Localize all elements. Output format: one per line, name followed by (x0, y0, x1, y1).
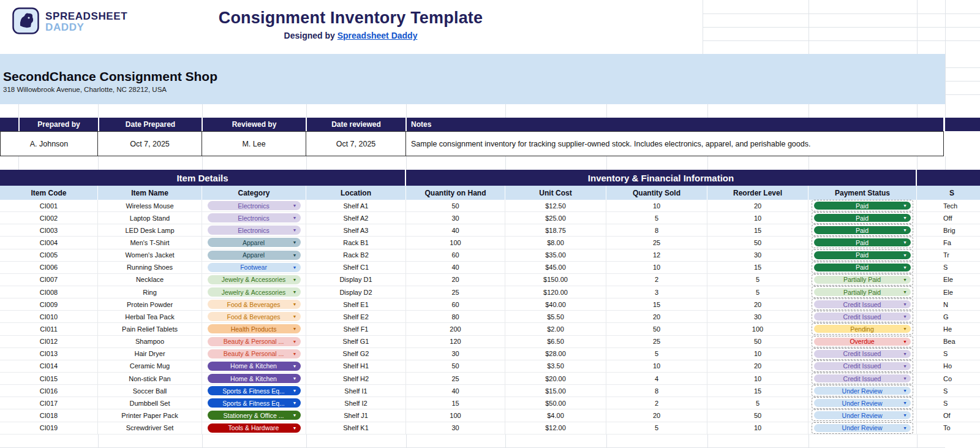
quantity-sold-cell[interactable]: 2 (606, 397, 707, 409)
location-cell[interactable]: Shelf K1 (306, 422, 406, 435)
item-name-cell[interactable]: Shampoo (98, 336, 202, 348)
quantity-sold-cell[interactable]: 20 (606, 409, 707, 422)
supplier-cell-clipped[interactable]: Ele (917, 274, 980, 286)
category-dropdown[interactable]: Home & Kitchen▼ (208, 374, 301, 383)
quantity-on-hand-cell[interactable]: 60 (406, 298, 505, 311)
item-code-cell[interactable]: CI001 (0, 200, 98, 212)
quantity-sold-cell[interactable]: 12 (606, 249, 707, 262)
item-name-cell[interactable]: Dumbbell Set (98, 397, 202, 409)
unit-cost-cell[interactable]: $12.00 (505, 422, 606, 435)
payment-status-dropdown[interactable]: Credit Issued▼ (812, 373, 913, 384)
location-cell[interactable]: Display D2 (306, 286, 406, 298)
quantity-on-hand-cell[interactable]: 30 (406, 422, 505, 435)
supplier-cell-clipped[interactable]: S (917, 385, 980, 397)
item-name-cell[interactable]: Laptop Stand (98, 212, 202, 224)
location-cell[interactable]: Shelf H2 (306, 373, 406, 385)
unit-cost-cell[interactable]: $50.00 (505, 397, 606, 409)
reorder-level-cell[interactable]: 30 (707, 249, 809, 262)
reorder-level-cell[interactable]: 15 (707, 224, 809, 237)
location-cell[interactable]: Shelf E1 (306, 298, 406, 311)
item-name-cell[interactable]: Printer Paper Pack (98, 409, 202, 422)
supplier-cell-clipped[interactable]: Tr (917, 249, 980, 262)
item-name-cell[interactable]: LED Desk Lamp (98, 224, 202, 237)
location-cell[interactable]: Shelf F1 (306, 323, 406, 335)
reorder-level-cell[interactable]: 5 (707, 274, 809, 286)
item-name-cell[interactable]: Ceramic Mug (98, 360, 202, 373)
supplier-cell-clipped[interactable]: S (917, 397, 980, 409)
category-dropdown[interactable]: Footwear▼ (208, 263, 301, 272)
quantity-on-hand-cell[interactable]: 30 (406, 348, 505, 360)
item-name-cell[interactable]: Men's T-Shirt (98, 237, 202, 249)
payment-status-dropdown[interactable]: Under Review▼ (812, 397, 913, 409)
supplier-cell-clipped[interactable]: S (917, 262, 980, 274)
quantity-sold-cell[interactable]: 4 (606, 373, 707, 385)
supplier-cell-clipped[interactable]: S (917, 348, 980, 360)
location-cell[interactable]: Shelf A1 (306, 200, 406, 212)
quantity-sold-cell[interactable]: 5 (606, 212, 707, 224)
item-code-cell[interactable]: CI007 (0, 274, 98, 286)
unit-cost-cell[interactable]: $15.00 (505, 385, 606, 397)
quantity-on-hand-cell[interactable]: 40 (406, 385, 505, 397)
reorder-level-cell[interactable]: 15 (707, 262, 809, 274)
quantity-sold-cell[interactable]: 3 (606, 286, 707, 298)
category-dropdown[interactable]: Sports & Fitness Eq...▼ (208, 386, 301, 395)
unit-cost-cell[interactable]: $45.00 (505, 262, 606, 274)
quantity-sold-cell[interactable]: 10 (606, 200, 707, 212)
quantity-on-hand-cell[interactable]: 60 (406, 249, 505, 262)
quantity-on-hand-cell[interactable]: 40 (406, 262, 505, 274)
quantity-sold-cell[interactable]: 25 (606, 336, 707, 348)
item-name-cell[interactable]: Screwdriver Set (98, 422, 202, 435)
payment-status-dropdown[interactable]: Pending▼ (812, 323, 913, 335)
unit-cost-cell[interactable]: $3.50 (505, 360, 606, 373)
spreadsheet-daddy-link[interactable]: Spreadsheet Daddy (337, 31, 418, 40)
unit-cost-cell[interactable]: $40.00 (505, 298, 606, 311)
unit-cost-cell[interactable]: $35.00 (505, 249, 606, 262)
notes-value[interactable]: Sample consignment inventory for trackin… (406, 131, 944, 156)
item-name-cell[interactable]: Soccer Ball (98, 385, 202, 397)
reorder-level-cell[interactable]: 50 (707, 336, 809, 348)
payment-status-dropdown[interactable]: Under Review▼ (812, 409, 913, 421)
payment-status-dropdown[interactable]: Paid▼ (812, 262, 913, 273)
payment-status-dropdown[interactable]: Paid▼ (812, 224, 913, 236)
quantity-on-hand-cell[interactable]: 20 (406, 274, 505, 286)
unit-cost-cell[interactable]: $2.00 (505, 323, 606, 335)
unit-cost-cell[interactable]: $20.00 (505, 373, 606, 385)
supplier-cell-clipped[interactable]: Tech (917, 200, 980, 212)
item-name-cell[interactable]: Women's Jacket (98, 249, 202, 262)
category-dropdown[interactable]: Health Products▼ (208, 324, 301, 333)
item-code-cell[interactable]: CI012 (0, 336, 98, 348)
location-cell[interactable]: Shelf G2 (306, 348, 406, 360)
supplier-cell-clipped[interactable]: Of (917, 409, 980, 422)
payment-status-dropdown[interactable]: Under Review▼ (812, 385, 913, 397)
unit-cost-cell[interactable]: $120.00 (505, 286, 606, 298)
item-code-cell[interactable]: CI003 (0, 224, 98, 237)
payment-status-dropdown[interactable]: Paid▼ (812, 212, 913, 224)
item-code-cell[interactable]: CI009 (0, 298, 98, 311)
location-cell[interactable]: Rack B2 (306, 249, 406, 262)
reorder-level-cell[interactable]: 50 (707, 409, 809, 422)
category-dropdown[interactable]: Jewelry & Accessories▼ (208, 275, 301, 284)
item-code-cell[interactable]: CI014 (0, 360, 98, 373)
category-dropdown[interactable]: Jewelry & Accessories▼ (208, 287, 301, 297)
category-dropdown[interactable]: Electronics▼ (208, 226, 301, 235)
payment-status-dropdown[interactable]: Paid▼ (812, 200, 913, 211)
category-dropdown[interactable]: Home & Kitchen▼ (208, 362, 301, 371)
payment-status-dropdown[interactable]: Under Review▼ (812, 422, 913, 434)
quantity-on-hand-cell[interactable]: 100 (406, 409, 505, 422)
reorder-level-cell[interactable]: 10 (707, 348, 809, 360)
supplier-cell-clipped[interactable]: Ho (917, 360, 980, 373)
reorder-level-cell[interactable]: 20 (707, 360, 809, 373)
item-code-cell[interactable]: CI011 (0, 323, 98, 335)
quantity-sold-cell[interactable]: 5 (606, 348, 707, 360)
item-code-cell[interactable]: CI017 (0, 397, 98, 409)
quantity-sold-cell[interactable]: 15 (606, 298, 707, 311)
supplier-cell-clipped[interactable]: He (917, 323, 980, 335)
quantity-sold-cell[interactable]: 2 (606, 274, 707, 286)
category-dropdown[interactable]: Beauty & Personal ...▼ (208, 337, 301, 346)
payment-status-dropdown[interactable]: Credit Issued▼ (812, 348, 913, 360)
payment-status-dropdown[interactable]: Paid▼ (812, 249, 913, 261)
supplier-cell-clipped[interactable]: Ele (917, 286, 980, 298)
quantity-sold-cell[interactable]: 5 (606, 422, 707, 435)
quantity-on-hand-cell[interactable]: 80 (406, 311, 505, 323)
reorder-level-cell[interactable]: 10 (707, 373, 809, 385)
